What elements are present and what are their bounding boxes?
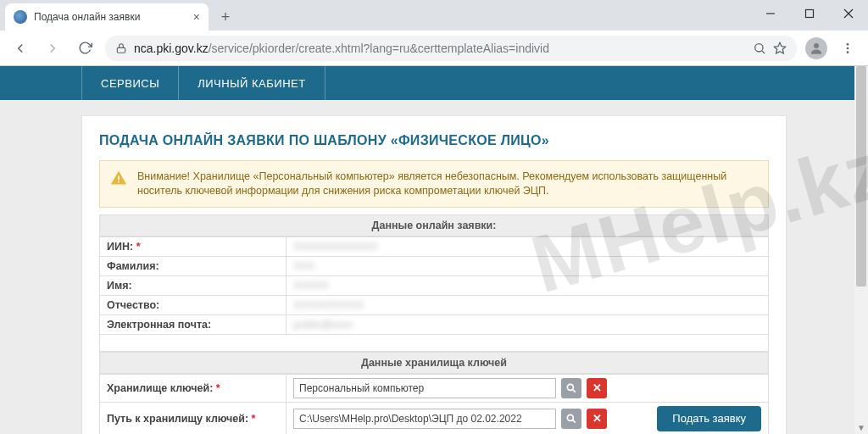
nav-services[interactable]: СЕРВИСЫ [81,66,179,100]
section-key-storage: Данные хранилища ключей [99,352,769,374]
page-viewport: СЕРВИСЫ ЛИЧНЫЙ КАБИНЕТ ПОДАЧА ОНЛАЙН ЗАЯ… [0,66,868,434]
path-input[interactable] [293,409,556,429]
scroll-thumb[interactable] [856,66,866,287]
key-storage-table: Хранилище ключей: * ✕ Путь к хранилищу к… [99,374,769,434]
url-field[interactable]: nca.pki.gov.kz/service/pkiorder/create.x… [105,36,797,61]
address-bar: nca.pki.gov.kz/service/pkiorder/create.x… [0,31,868,66]
close-window-button[interactable] [829,0,868,27]
svg-point-10 [847,47,849,49]
tab-title: Подача онлайн заявки [34,11,140,23]
svg-marker-7 [774,42,785,53]
submit-button[interactable]: Подать заявку [657,406,761,431]
warning-icon [110,170,127,198]
star-icon[interactable] [773,42,787,55]
svg-point-8 [814,43,819,48]
path-browse-button[interactable] [561,409,581,429]
svg-point-16 [567,415,573,420]
url-text: nca.pki.gov.kz/service/pkiorder/create.x… [134,42,549,55]
svg-point-14 [567,384,573,390]
menu-button[interactable] [836,36,860,60]
back-button[interactable] [8,36,32,60]
svg-point-11 [847,51,849,53]
value-surname: XXX [287,256,769,275]
label-email: Электронная почта: [100,314,287,334]
vertical-scrollbar[interactable]: ▲ ▼ [854,66,868,434]
svg-point-9 [847,43,849,46]
lock-icon [115,42,127,54]
storage-input[interactable] [293,378,556,398]
profile-avatar[interactable] [805,37,827,59]
svg-line-17 [572,420,575,422]
svg-rect-4 [117,47,125,53]
section-request-data: Данные онлайн заявки: [99,214,769,236]
tab-close-icon[interactable]: × [193,10,200,24]
new-tab-button[interactable]: + [214,5,237,29]
browser-tab[interactable]: Подача онлайн заявки × [5,3,209,31]
favicon-icon [14,10,27,24]
label-patronym: Отчество: [100,295,287,314]
value-name: XXXXX [287,275,769,295]
scroll-down-icon[interactable]: ▼ [854,420,868,434]
value-iin: XXXXXXXXXXXX [287,236,769,256]
window-controls [751,0,868,27]
zoom-icon[interactable] [753,42,766,55]
svg-line-15 [572,389,575,392]
tab-bar: Подача онлайн заявки × + [0,0,868,31]
svg-rect-12 [118,176,120,181]
svg-rect-1 [806,10,814,18]
path-clear-button[interactable]: ✕ [587,409,607,429]
label-storage: Хранилище ключей: * [100,374,287,402]
value-email: public@xxxx [287,314,769,334]
value-patronym: XXXXXXXXXX [287,295,769,314]
form-card: ПОДАЧА ОНЛАЙН ЗАЯВКИ ПО ШАБЛОНУ «ФИЗИЧЕС… [81,115,787,434]
forward-button[interactable] [41,36,64,60]
request-data-table: ИИН: * XXXXXXXXXXXX Фамилия: XXX Имя: XX… [99,236,769,352]
maximize-button[interactable] [790,0,829,27]
minimize-button[interactable] [751,0,790,27]
warning-text: Внимание! Хранилище «Персональный компью… [137,170,758,198]
label-surname: Фамилия: [100,256,287,275]
label-iin: ИИН: * [100,236,287,256]
page-title: ПОДАЧА ОНЛАЙН ЗАЯВКИ ПО ШАБЛОНУ «ФИЗИЧЕС… [99,133,769,148]
storage-browse-button[interactable] [561,378,581,398]
label-name: Имя: [100,275,287,295]
warning-alert: Внимание! Хранилище «Персональный компью… [99,160,769,208]
svg-point-5 [755,43,763,51]
reload-button[interactable] [73,36,97,60]
site-nav: СЕРВИСЫ ЛИЧНЫЙ КАБИНЕТ [0,66,868,100]
svg-rect-13 [118,181,120,183]
storage-clear-button[interactable]: ✕ [587,378,607,398]
label-path: Путь к хранилищу ключей: * [100,402,287,434]
browser-chrome: Подача онлайн заявки × + nca.pki.gov.kz/… [0,0,868,66]
svg-line-6 [762,51,765,53]
nav-account[interactable]: ЛИЧНЫЙ КАБИНЕТ [179,66,326,100]
